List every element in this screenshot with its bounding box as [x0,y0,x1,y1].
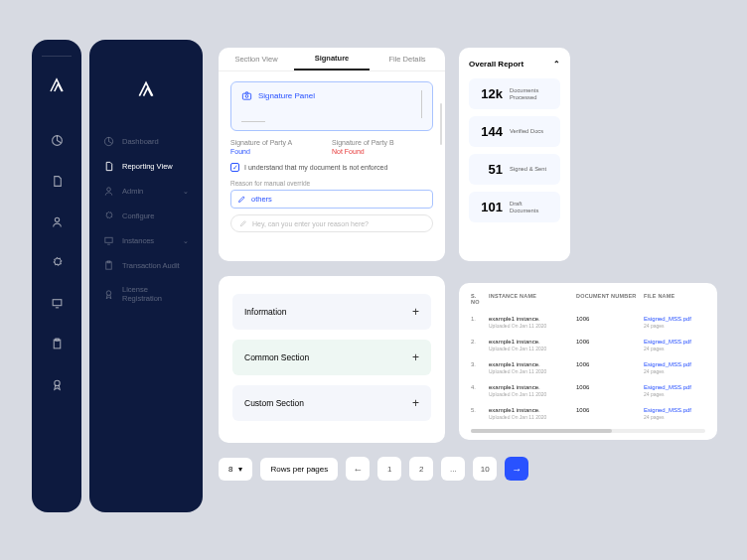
table-row[interactable]: 3.example1 instance.Uploaded On Jan 11 2… [471,356,705,379]
document-icon [103,161,115,172]
header-sno: S. NO [471,293,489,305]
sidebar-item-reporting[interactable]: Reporting View [99,154,193,179]
clipboard-icon[interactable] [51,338,64,350]
pie-icon [103,136,115,147]
page-10-button[interactable]: 10 [473,457,497,481]
sidebar-item-dashboard[interactable]: Dashboard [99,129,193,154]
reason-value: others [251,195,272,204]
party-b-value: Not Found [332,148,433,155]
table-row[interactable]: 2.example1 instance.Uploaded On Jan 11 2… [471,334,705,356]
next-button[interactable]: → [505,457,528,481]
stat-label: Signed & Sent [510,166,546,173]
svg-point-13 [245,95,248,98]
pie-icon[interactable] [51,134,64,147]
prev-button[interactable]: ← [346,457,370,481]
party-b-label: Signature of Party B [332,139,433,146]
table-card: S. NO INSTANCE NAME DOCUMENT NUMBER FILE… [459,283,717,440]
gear-icon[interactable] [51,256,64,269]
svg-point-11 [106,290,111,295]
scrollbar[interactable] [440,103,442,145]
comment-placeholder: Hey, can you enter your reason here? [252,220,369,227]
report-title: Overall Report [469,60,523,69]
cell-filename: Esigned_MSS.pdf24 pages [644,316,705,329]
edit-icon [239,219,247,227]
accordion-label: Custom Section [244,398,304,408]
page-ellipsis: ... [441,457,465,481]
accordion-common[interactable]: Common Section + [232,340,431,375]
cell-instance: example1 instance.Uploaded On Jan 11 202… [489,339,576,351]
cell-sno: 2. [471,339,489,345]
party-a-value: Found [230,148,332,155]
horizontal-scrollbar[interactable] [471,429,705,433]
stat-value: 144 [477,124,503,139]
accordion-custom[interactable]: Custom Section + [232,385,431,421]
comment-input[interactable]: Hey, can you enter your reason here? [230,214,433,232]
chevron-down-icon: ⌄ [183,237,189,245]
sidebar-collapsed [32,40,81,512]
cell-instance: example1 instance.Uploaded On Jan 11 202… [489,361,576,374]
svg-rect-2 [53,300,62,306]
consent-checkbox[interactable]: ✓ [230,163,239,172]
sidebar-expanded: Dashboard Reporting View Admin ⌄ Configu… [89,40,203,512]
reason-select[interactable]: others [230,190,433,209]
logo-icon [99,79,193,99]
accordion-label: Common Section [244,352,309,362]
cell-sno: 3. [471,361,489,367]
tab-signature[interactable]: Signature [294,48,370,70]
tab-file-details[interactable]: File Details [370,48,445,70]
sidebar-item-label: Admin [122,187,143,196]
sidebar-item-transaction[interactable]: Transaction Audit [99,253,193,278]
svg-point-7 [107,188,111,192]
cell-filename: Esigned_MSS.pdf24 pages [644,384,705,397]
stat-label: Verified Docs [510,128,543,135]
header-docnum: DOCUMENT NUMBER [576,293,644,305]
arrow-right-icon: → [512,464,522,475]
cell-instance: example1 instance.Uploaded On Jan 11 202… [489,316,576,329]
cell-docnum: 1006 [576,339,644,345]
user-icon[interactable] [51,215,64,228]
signature-tabs: Section View Signature File Details [219,48,445,71]
plus-icon: + [412,396,419,410]
page-2-button[interactable]: 2 [409,457,433,481]
plus-icon: + [412,350,419,364]
chevron-down-icon: ▾ [238,465,242,474]
sidebar-item-label: License Registration [122,285,189,303]
svg-point-5 [54,380,59,385]
chevron-up-icon[interactable]: ⌃ [553,60,560,69]
page-size-select[interactable]: 8 ▾ [219,458,252,481]
document-icon[interactable] [51,175,64,188]
cell-instance: example1 instance.Uploaded On Jan 11 202… [489,384,576,397]
sidebar-item-instances[interactable]: Instances ⌄ [99,228,193,253]
page-1-button[interactable]: 1 [377,457,401,481]
accordion-information[interactable]: Information + [232,294,431,330]
pager: 8 ▾ Rows per pages ← 1 2 ... 10 → [219,457,528,481]
sidebar-item-label: Transaction Audit [122,261,180,270]
monitor-icon[interactable] [51,297,64,310]
tab-section-view[interactable]: Section View [219,48,294,70]
sidebar-item-label: Reporting View [122,162,173,171]
badge-icon[interactable] [51,378,64,391]
camera-icon [241,90,252,101]
table-row[interactable]: 4.example1 instance.Uploaded On Jan 11 2… [471,379,705,402]
stat-value: 51 [477,162,503,177]
cell-filename: Esigned_MSS.pdf24 pages [644,339,705,351]
cell-docnum: 1006 [576,316,644,322]
cell-sno: 5. [471,407,489,413]
svg-rect-8 [105,237,112,242]
sidebar-item-label: Dashboard [122,137,159,146]
signature-panel[interactable]: Signature Panel [230,81,433,131]
sidebar-item-license[interactable]: License Registration [99,278,193,310]
cell-filename: Esigned_MSS.pdf24 pages [644,407,705,420]
sidebar-item-admin[interactable]: Admin ⌄ [99,179,193,204]
sidebar-item-configure[interactable]: Configure [99,204,193,228]
stat-signed: 51 Signed & Sent [469,154,560,185]
divider [42,56,72,57]
badge-icon [103,289,115,300]
table-row[interactable]: 1.example1 instance.Uploaded On Jan 11 2… [471,311,705,334]
arrow-left-icon: ← [353,464,363,475]
logo-icon [48,76,66,94]
table-header: S. NO INSTANCE NAME DOCUMENT NUMBER FILE… [471,293,705,311]
page-size-label: Rows per pages [260,458,338,481]
table-row[interactable]: 5.example1 instance.Uploaded On Jan 11 2… [471,402,705,425]
signature-card: Section View Signature File Details Sign… [219,48,445,261]
